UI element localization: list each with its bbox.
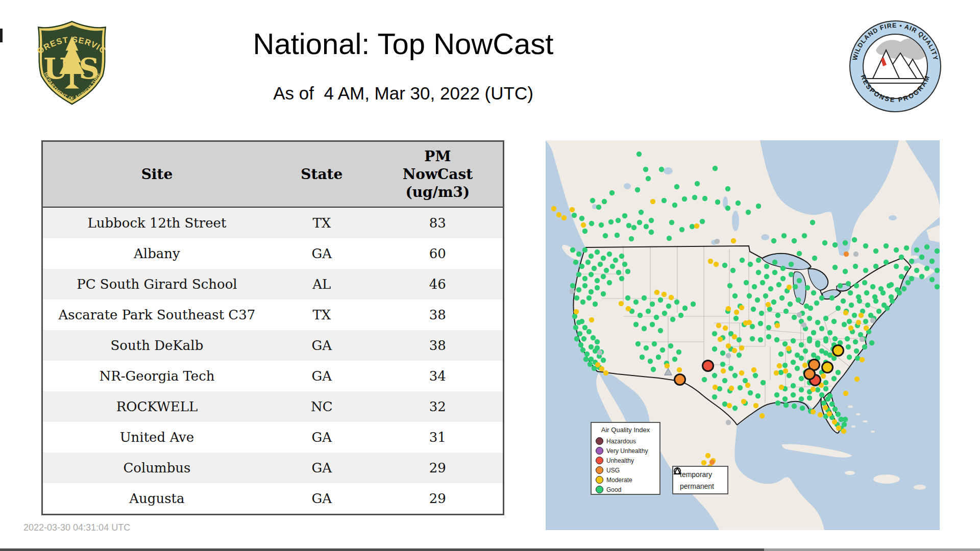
monitor-dot-moderate[interactable] [832,419,837,424]
monitor-dot-good[interactable] [616,270,621,275]
monitor-dot-good[interactable] [782,341,788,346]
monitor-dot-good[interactable] [873,298,878,304]
monitor-dot-good[interactable] [625,295,630,300]
monitor-dot-good[interactable] [712,331,717,336]
monitor-dot-good[interactable] [843,240,848,245]
monitor-dot-good[interactable] [601,274,606,279]
monitor-dot-good[interactable] [576,287,581,292]
monitor-dot-good[interactable] [670,317,675,322]
monitor-dot-moderate[interactable] [827,411,832,416]
monitor-dot-moderate[interactable] [669,295,674,300]
monitor-dot-good[interactable] [904,266,909,271]
monitor-dot-good[interactable] [635,187,640,192]
monitor-dot-good[interactable] [852,313,857,318]
monitor-dot-good[interactable] [591,335,596,340]
monitor-dot-moderate[interactable] [731,238,736,243]
monitor-dot-good[interactable] [736,201,741,206]
monitor-dot-good[interactable] [631,225,636,230]
monitor-dot-good[interactable] [587,362,593,367]
monitor-dot-good[interactable] [658,297,663,303]
monitor-dot-good[interactable] [732,373,738,378]
monitor-dot-moderate[interactable] [751,367,756,372]
monitor-dot-good[interactable] [897,290,902,295]
monitor-dot-good[interactable] [863,319,868,324]
monitor-dot-good[interactable] [792,238,797,243]
monitor-dot-good[interactable] [832,265,838,270]
monitor-dot-moderate[interactable] [843,391,848,396]
monitor-dot-good[interactable] [595,345,600,350]
monitor-dot-nodata[interactable] [797,312,802,317]
monitor-dot-moderate[interactable] [836,425,841,431]
monitor-dot-good[interactable] [585,260,591,265]
monitor-dot-good[interactable] [650,302,655,307]
monitor-dot-good[interactable] [814,300,819,306]
monitor-dot-good[interactable] [589,344,594,349]
monitor-dot-good[interactable] [748,262,753,267]
monitor-dot-moderate[interactable] [705,453,710,458]
monitor-dot-moderate[interactable] [570,207,575,212]
monitor-dot-good[interactable] [774,392,779,397]
monitor-dot-moderate[interactable] [589,317,594,322]
monitor-dot-moderate[interactable] [708,259,713,264]
monitor-dot-good[interactable] [619,254,624,259]
monitor-dot-good[interactable] [570,247,575,253]
monitor-dot-good[interactable] [789,272,794,277]
monitor-dot-good[interactable] [823,380,828,385]
monitor-dot-good[interactable] [823,386,828,391]
monitor-dot-good[interactable] [758,337,763,342]
monitor-dot-good[interactable] [807,338,812,343]
monitor-dot-good[interactable] [914,247,919,253]
monitor-dot-good[interactable] [884,260,889,265]
monitor-dot-good[interactable] [748,390,753,395]
monitor-dot-good[interactable] [909,259,914,264]
monitor-dot-moderate[interactable] [561,215,567,220]
monitor-map[interactable]: Air Quality Index HazardousVery Unhealth… [546,140,940,530]
top-site-ring-marker-usg[interactable] [804,369,815,380]
monitor-dot-good[interactable] [626,223,631,228]
monitor-dot-moderate[interactable] [766,302,771,307]
monitor-dot-good[interactable] [841,298,846,304]
monitor-dot-good[interactable] [929,277,935,282]
monitor-dot-good[interactable] [676,349,681,355]
monitor-dot-moderate[interactable] [694,223,699,229]
monitor-dot-good[interactable] [682,196,687,202]
monitor-dot-moderate[interactable] [729,386,734,391]
monitor-dot-good[interactable] [761,380,766,385]
monitor-dot-moderate[interactable] [760,413,765,418]
monitor-dot-moderate[interactable] [662,292,667,297]
monitor-dot-good[interactable] [832,336,838,341]
monitor-dot-good[interactable] [783,403,789,408]
monitor-dot-good[interactable] [774,337,779,342]
monitor-dot-good[interactable] [796,297,801,303]
monitor-dot-good[interactable] [646,176,651,181]
monitor-dot-good[interactable] [607,252,612,257]
monitor-dot-good[interactable] [864,290,869,295]
monitor-dot-good[interactable] [758,321,763,326]
monitor-dot-good[interactable] [589,221,594,226]
monitor-dot-good[interactable] [672,203,677,208]
monitor-dot-nodata[interactable] [597,350,602,355]
monitor-dot-good[interactable] [899,255,904,260]
monitor-dot-good[interactable] [832,242,838,247]
monitor-dot-good[interactable] [700,219,705,224]
monitor-dot-good[interactable] [863,243,868,248]
monitor-dot-good[interactable] [788,302,793,307]
monitor-dot-good[interactable] [666,304,671,309]
monitor-dot-good[interactable] [682,306,688,311]
monitor-dot-good[interactable] [899,274,904,279]
monitor-dot-moderate[interactable] [848,325,853,331]
monitor-dot-good[interactable] [904,245,909,251]
monitor-dot-moderate[interactable] [626,306,631,311]
monitor-dot-good[interactable] [583,357,589,362]
monitor-dot-good[interactable] [573,325,578,330]
monitor-dot-good[interactable] [847,319,852,324]
monitor-dot-good[interactable] [755,297,760,303]
monitor-dot-moderate[interactable] [818,412,823,417]
monitor-dot-good[interactable] [669,220,674,225]
monitor-dot-good[interactable] [638,313,643,318]
monitor-dot-good[interactable] [649,218,654,223]
monitor-dot-good[interactable] [836,370,841,375]
monitor-dot-good[interactable] [579,216,584,221]
monitor-dot-good[interactable] [791,392,796,397]
monitor-dot-good[interactable] [582,247,587,253]
